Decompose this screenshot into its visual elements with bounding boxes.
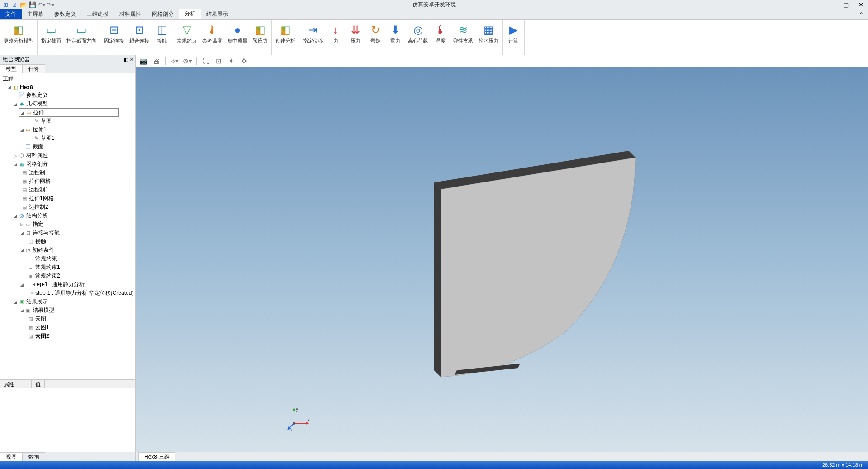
menu-4[interactable]: 网格剖分: [147, 9, 179, 19]
tree-contour2[interactable]: ▨云图2: [0, 332, 135, 340]
tree-material[interactable]: ▷⬡ 材料属性: [0, 151, 135, 160]
ribbon-btn-耦合连接[interactable]: ⊡耦合连接: [127, 21, 152, 54]
status-dimensions: 26.52 m x 14.18 m: [822, 462, 863, 468]
tree-extrude-editing[interactable]: ◢▭ 拉伸: [19, 108, 119, 117]
window-controls: — ▢ ✕: [825, 1, 866, 8]
tree-structural[interactable]: ◢◎ 结构分析: [0, 211, 135, 220]
menu-1[interactable]: 参数定义: [49, 9, 81, 19]
tree-contact[interactable]: ◫接触: [0, 237, 135, 246]
ribbon-group-5: ⇥指定位移↓力⇊压力↻弯矩⬇重力◎离心荷载🌡温度≋弹性支承▦静水压力: [299, 20, 503, 55]
view-triad: y x z: [285, 405, 312, 434]
camera-icon[interactable]: 📷: [138, 56, 148, 66]
axes-icon[interactable]: ⟡▾: [170, 56, 180, 66]
rotate-icon[interactable]: ✥: [239, 56, 249, 66]
ribbon-btn-创建分析[interactable]: ◧创建分析: [273, 21, 298, 54]
status-bar: 26.52 m x 14.18 m: [0, 461, 868, 469]
弯矩-icon: ↻: [368, 23, 383, 37]
指定截面-icon: ▭: [44, 23, 58, 37]
tree-constraint[interactable]: ≡常规约束: [0, 254, 135, 263]
menu-file[interactable]: 文件: [0, 9, 22, 19]
tree-step1-disp[interactable]: ⇥step-1 : 通用静力分析 指定位移(Created): [0, 289, 135, 297]
ribbon-btn-弯矩[interactable]: ↻弯矩: [365, 21, 385, 54]
3d-viewport[interactable]: y x z: [136, 67, 868, 452]
tree-extrude1[interactable]: ◢▭ 拉伸1: [0, 125, 135, 134]
tree-sketch[interactable]: ✎ 草图: [0, 117, 135, 125]
redo-icon[interactable]: ↷▾: [47, 1, 54, 8]
new-icon[interactable]: 🗎: [11, 1, 18, 8]
ribbon-btn-弹性支承[interactable]: ≋弹性支承: [451, 21, 476, 54]
menu-6[interactable]: 结果展示: [201, 9, 233, 19]
ribbon-btn-固定连接[interactable]: ⊞固定连接: [101, 21, 127, 54]
ribbon-btn-计算[interactable]: ▶计算: [503, 21, 523, 54]
tree-constraint1[interactable]: ≡常规约束1: [0, 263, 135, 272]
tab-task[interactable]: 任务: [23, 64, 45, 73]
ribbon-btn-指定截面方向[interactable]: ▭指定截面方向: [64, 21, 99, 54]
ribbon-btn-接触[interactable]: ◫接触: [152, 21, 172, 54]
print-icon[interactable]: 🖨: [151, 56, 161, 66]
tab-data[interactable]: 数据: [23, 452, 45, 461]
tree-extrude-mesh[interactable]: ▤拉伸网格: [0, 177, 135, 186]
tree-step1[interactable]: ◢└ step-1 : 通用静力分析: [0, 280, 135, 289]
tree-geometry[interactable]: ◢◆ 几何模型: [0, 100, 135, 108]
tree-sketch1[interactable]: ✎ 草图1: [0, 134, 135, 143]
tab-view[interactable]: 视图: [0, 452, 23, 461]
ribbon-btn-离心荷载[interactable]: ◎离心荷载: [405, 21, 431, 54]
menu-0[interactable]: 主屏幕: [22, 9, 49, 19]
menu-5[interactable]: 分析: [179, 9, 201, 19]
save-icon[interactable]: 💾: [29, 1, 36, 8]
ribbon-btn-预应力[interactable]: ◧预应力: [250, 21, 270, 54]
tree-contour[interactable]: ▨云图: [0, 315, 135, 323]
tab-model[interactable]: 模型: [0, 64, 23, 73]
tree-edge-ctrl2[interactable]: ▤边控制2: [0, 203, 135, 211]
tree-results[interactable]: ◢▣ 结果展示: [0, 297, 135, 306]
tree-result-model[interactable]: ◢▣ 结果模型: [0, 306, 135, 315]
ribbon-btn-常规约束[interactable]: ▽常规约束: [174, 21, 199, 54]
tree-extrude1-mesh[interactable]: ▤拉伸1网格: [0, 194, 135, 203]
model-tree[interactable]: 工程 ◢◧ Hex8 📄 参数定义 ◢◆ 几何模型 ◢▭ 拉伸 ✎ 草图: [0, 73, 135, 379]
ribbon-btn-参考温度[interactable]: 🌡参考温度: [199, 21, 225, 54]
zoom-fit-icon[interactable]: ⊡: [213, 56, 223, 66]
minimize-button[interactable]: —: [825, 1, 836, 8]
ribbon-btn-指定截面[interactable]: ▭指定截面: [38, 21, 64, 54]
ribbon-label: 计算: [508, 38, 518, 44]
tree-param-def[interactable]: 📄 参数定义: [0, 91, 135, 100]
ribbon-btn-集中质量[interactable]: ●集中质量: [225, 21, 250, 54]
close-button[interactable]: ✕: [856, 1, 866, 8]
tree-connections[interactable]: ◢⊞ 连接与接触: [0, 229, 135, 237]
tree-project[interactable]: ◢◧ Hex8: [0, 84, 135, 91]
ribbon-label: 更改分析模型: [4, 38, 33, 44]
ribbon-btn-指定位移[interactable]: ⇥指定位移: [300, 21, 326, 54]
open-icon[interactable]: 📂: [20, 1, 27, 8]
tree-edge-ctrl1[interactable]: ▤边控制1: [0, 186, 135, 194]
ribbon-btn-压力[interactable]: ⇊压力: [346, 21, 365, 54]
常规约束-icon: ▽: [180, 23, 194, 37]
指定截面方向-icon: ▭: [74, 23, 89, 37]
panel-pin-icon[interactable]: ◧: [124, 57, 128, 62]
menu-2[interactable]: 三维建模: [81, 9, 114, 19]
ribbon-btn-温度[interactable]: 🌡温度: [431, 21, 451, 54]
menu-bar: 文件 主屏幕参数定义三维建模材料属性网格剖分分析结果展示⌃: [0, 9, 868, 20]
zoom-window-icon[interactable]: ⛶: [201, 56, 211, 66]
maximize-button[interactable]: ▢: [840, 1, 851, 8]
tree-constraint2[interactable]: ≡常规约束2: [0, 272, 135, 280]
弹性支承-icon: ≋: [456, 23, 470, 37]
undo-icon[interactable]: ↶▾: [38, 1, 45, 8]
help-icon[interactable]: ⌃: [854, 9, 868, 19]
viewport-tab-hex8[interactable]: Hex8-三维: [138, 452, 175, 461]
select-icon[interactable]: ✦: [226, 56, 236, 66]
ribbon-btn-静水压力[interactable]: ▦静水压力: [476, 21, 501, 54]
ribbon-label: 耦合连接: [129, 38, 149, 44]
tree-section[interactable]: 工 截面: [0, 143, 135, 151]
fit-icon[interactable]: ⊚▾: [182, 56, 192, 66]
tree-initial-cond[interactable]: ◢◔ 初始条件: [0, 246, 135, 254]
panel-close-icon[interactable]: ✕: [130, 57, 133, 62]
tree-edge-ctrl[interactable]: ▤边控制: [0, 168, 135, 177]
menu-3[interactable]: 材料属性: [114, 9, 147, 19]
tree-root: 工程: [0, 74, 135, 84]
ribbon-btn-更改分析模型[interactable]: ◧更改分析模型: [1, 21, 36, 54]
tree-contour1[interactable]: ▨云图1: [0, 323, 135, 332]
tree-assign[interactable]: ▷▭ 指定: [0, 220, 135, 229]
ribbon-btn-力[interactable]: ↓力: [326, 21, 346, 54]
ribbon-btn-重力[interactable]: ⬇重力: [385, 21, 405, 54]
tree-mesh[interactable]: ◢▦ 网格剖分: [0, 160, 135, 168]
